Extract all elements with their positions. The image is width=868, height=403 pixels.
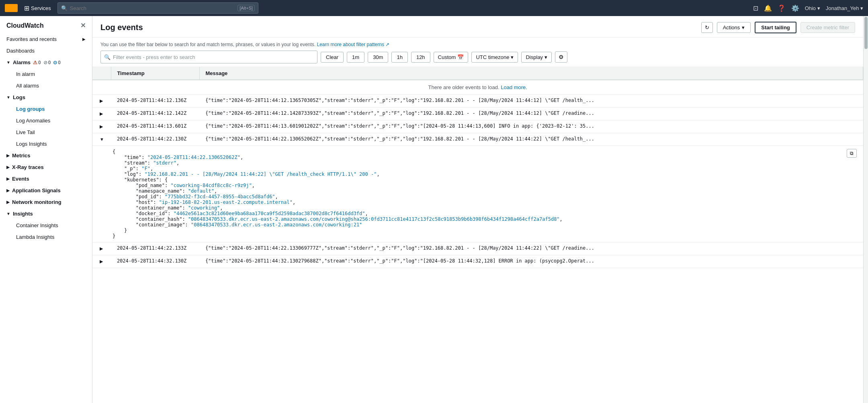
alarm-icon-red: ⚠ <box>33 60 37 65</box>
sidebar-item-favorites[interactable]: Favorites and recents ▶ <box>0 33 92 45</box>
bell-icon[interactable]: 🔔 <box>764 4 772 12</box>
load-more-link[interactable]: Load more. <box>501 84 527 90</box>
sidebar-label-insights: Insights <box>13 211 33 217</box>
table-body: There are older events to load. Load mor… <box>92 80 863 268</box>
sidebar-section-metrics[interactable]: ▶ Metrics <box>0 150 92 161</box>
filter-input-wrap[interactable]: 🔍 <box>100 51 317 63</box>
expand-cell[interactable]: ▼ <box>92 133 111 146</box>
sidebar-item-log-groups[interactable]: Log groups <box>11 103 92 115</box>
chevron-right-icon-network: ▶ <box>6 200 10 204</box>
scrollbar-track[interactable] <box>863 16 868 403</box>
sidebar-section-xray[interactable]: ▶ X-Ray traces <box>0 161 92 173</box>
alarm-icon-blue: ⊙ <box>53 60 57 65</box>
clear-button[interactable]: Clear <box>321 52 344 63</box>
region-selector[interactable]: Ohio ▾ <box>805 5 820 11</box>
sidebar-item-all-alarms[interactable]: All alarms <box>11 80 92 92</box>
sidebar-label-xray: X-Ray traces <box>12 164 44 170</box>
sidebar-item-live-tail[interactable]: Live Tail <box>11 126 92 138</box>
expand-button[interactable]: ▶ <box>98 245 104 252</box>
page-header: Log events ↻ Actions ▾ Start tailing Cre… <box>92 16 863 38</box>
expanded-cell: ⧉ { "time": "2024-05-28T11:44:22.1306520… <box>92 146 863 242</box>
filter-description: You can use the filter bar below to sear… <box>100 42 855 47</box>
time-1h-button[interactable]: 1h <box>391 52 407 63</box>
sidebar-section-insights[interactable]: ▼ Insights <box>0 208 92 220</box>
col-expand-header <box>92 67 111 80</box>
page-title: Log events <box>100 23 143 32</box>
message-cell: {"time":"2024-05-28T11:44:12.136570305Z"… <box>200 95 863 108</box>
top-navigation: ⊞ Services 🔍 [Alt+S] ⊡ 🔔 ❓ ⚙️ Ohio ▾ Jon… <box>0 0 868 16</box>
sidebar-item-lambda-insights[interactable]: Lambda Insights <box>11 231 92 243</box>
scrollbar-thumb[interactable] <box>864 17 868 49</box>
sidebar-item-logs-insights[interactable]: Logs Insights <box>11 138 92 150</box>
alarm-badge-red: ⚠ 0 <box>33 60 41 65</box>
custom-time-button[interactable]: Custom 📅 <box>434 52 469 63</box>
chevron-right-icon-app-signals: ▶ <box>6 188 10 193</box>
sidebar-section-logs[interactable]: ▼ Logs <box>0 92 92 103</box>
sidebar-item-container-insights[interactable]: Container Insights <box>11 220 92 231</box>
events-table: Timestamp Message There are older events… <box>92 67 863 268</box>
expand-button[interactable]: ▼ <box>98 136 106 142</box>
load-more-row: There are older events to load. Load mor… <box>92 80 863 95</box>
sidebar-section-network[interactable]: ▶ Network monitoring <box>0 196 92 208</box>
alarm-badge-blue: ⊙ 0 <box>53 60 61 65</box>
sidebar-section-app-signals[interactable]: ▶ Application Signals <box>0 185 92 196</box>
table-row: ▶ 2024-05-28T11:44:13.601Z {"time":"2024… <box>92 120 863 133</box>
expanded-content: ⧉ { "time": "2024-05-28T11:44:22.1306520… <box>92 146 863 242</box>
col-timestamp-header: Timestamp <box>111 67 200 80</box>
expand-cell[interactable]: ▶ <box>92 255 111 268</box>
time-12h-button[interactable]: 12h <box>411 52 430 63</box>
main-content: Log events ↻ Actions ▾ Start tailing Cre… <box>92 16 863 403</box>
timestamp-cell: 2024-05-28T11:44:12.142Z <box>111 108 200 120</box>
chevron-down-icon-insights: ▼ <box>6 212 10 216</box>
sidebar-item-in-alarm[interactable]: In alarm <box>11 68 92 80</box>
timezone-selector[interactable]: UTC timezone ▾ <box>471 52 518 63</box>
table-row: ▶ 2024-05-28T11:44:12.142Z {"time":"2024… <box>92 108 863 120</box>
services-menu[interactable]: ⊞ Services <box>22 3 53 14</box>
sidebar-label-dashboards: Dashboards <box>6 48 35 54</box>
expand-cell[interactable]: ▶ <box>92 120 111 133</box>
global-search[interactable]: 🔍 [Alt+S] <box>57 2 258 14</box>
sidebar-section-events[interactable]: ▶ Events <box>0 173 92 185</box>
alarm-icon-grey: ⊘ <box>43 60 47 65</box>
settings-icon[interactable]: ⚙️ <box>791 4 799 12</box>
calendar-icon: 📅 <box>457 54 464 60</box>
expand-cell[interactable]: ▶ <box>92 95 111 108</box>
help-icon[interactable]: ❓ <box>778 4 786 12</box>
search-input[interactable] <box>70 5 235 11</box>
load-more-cell: There are older events to load. Load mor… <box>92 80 863 95</box>
sidebar-section-alarms[interactable]: ▼ Alarms ⚠ 0 ⊘ 0 ⊙ 0 <box>0 57 92 68</box>
message-cell: {"time":"2024-05-28T11:44:12.142873393Z"… <box>200 108 863 120</box>
sidebar-alarms-sub: In alarm All alarms <box>0 68 92 92</box>
sidebar-item-dashboards[interactable]: Dashboards <box>0 45 92 57</box>
sidebar-insights-sub: Container Insights Lambda Insights <box>0 220 92 243</box>
expand-cell[interactable]: ▶ <box>92 242 111 255</box>
expand-button[interactable]: ▶ <box>98 258 104 265</box>
sidebar-item-log-anomalies[interactable]: Log Anomalies <box>11 115 92 126</box>
copy-button[interactable]: ⧉ <box>847 149 857 158</box>
table-settings-button[interactable]: ⚙ <box>555 51 567 63</box>
terminal-icon[interactable]: ⊡ <box>753 4 758 12</box>
display-button[interactable]: Display ▾ <box>521 52 552 63</box>
refresh-button[interactable]: ↻ <box>701 22 713 33</box>
page-header-actions: ↻ Actions ▾ Start tailing Create metric … <box>701 22 855 33</box>
table-row: ▶ 2024-05-28T11:44:12.136Z {"time":"2024… <box>92 95 863 108</box>
chevron-down-icon: ▼ <box>6 60 10 65</box>
start-tailing-button[interactable]: Start tailing <box>755 22 796 33</box>
expand-button[interactable]: ▶ <box>98 123 104 130</box>
timestamp-cell: 2024-05-28T11:44:32.130Z <box>111 255 200 268</box>
sidebar-label-events: Events <box>12 176 29 182</box>
expand-cell[interactable]: ▶ <box>92 108 111 120</box>
user-menu[interactable]: Jonathan_Yeh ▾ <box>826 5 863 11</box>
timestamp-cell: 2024-05-28T11:44:22.130Z <box>111 133 200 146</box>
sidebar-label-app-signals: Application Signals <box>12 187 61 193</box>
create-metric-filter-button: Create metric filter <box>800 22 855 33</box>
time-30m-button[interactable]: 30m <box>368 52 388 63</box>
actions-button[interactable]: Actions ▾ <box>717 22 751 33</box>
timestamp-cell: 2024-05-28T11:44:13.601Z <box>111 120 200 133</box>
filter-events-input[interactable] <box>113 54 314 60</box>
expand-button[interactable]: ▶ <box>98 110 104 117</box>
time-1m-button[interactable]: 1m <box>347 52 364 63</box>
learn-more-link[interactable]: Learn more about filter patterns ↗ <box>317 42 390 47</box>
expand-button[interactable]: ▶ <box>98 98 104 104</box>
sidebar-close-button[interactable]: ✕ <box>80 22 86 29</box>
